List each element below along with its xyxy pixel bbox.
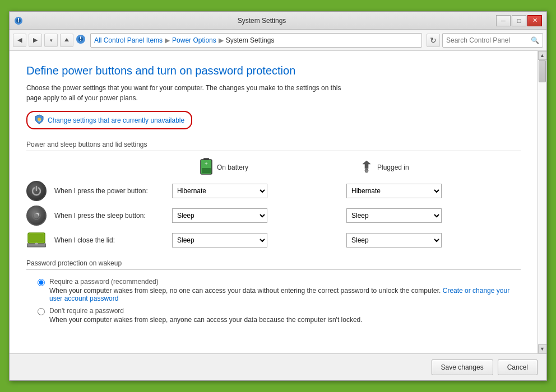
lid-battery-select[interactable]: Sleep Do nothing Hibernate Shut down xyxy=(172,233,267,248)
battery-label: On battery xyxy=(217,164,248,171)
system-settings-window: System Settings ─ □ ✕ ◀ ▶ ▾ All Control … xyxy=(9,11,547,381)
require-password-title: Require a password (recommended) xyxy=(49,278,521,286)
breadcrumb-sep-2: ▶ xyxy=(219,36,224,44)
svg-point-9 xyxy=(38,118,41,121)
power-button-row: When I press the power button: Hibernate… xyxy=(26,181,521,201)
page-desc-line2: page apply to all of your power plans. xyxy=(26,94,138,102)
save-changes-button[interactable]: Save changes xyxy=(432,360,493,375)
no-password-option: Don't require a password When your compu… xyxy=(38,307,521,324)
plugged-label: Plugged in xyxy=(377,164,409,171)
password-section-title: Password protection on wakeup xyxy=(26,259,521,270)
no-password-label-group: Don't require a password When your compu… xyxy=(49,307,363,324)
search-icon: 🔍 xyxy=(531,36,539,44)
minimize-button[interactable]: ─ xyxy=(496,15,511,26)
svg-point-20 xyxy=(35,243,38,245)
battery-column-header: + On battery xyxy=(200,158,360,176)
power-button-label: When I press the power button: xyxy=(54,187,172,195)
svg-rect-6 xyxy=(80,36,81,39)
nav-bar: ◀ ▶ ▾ All Control Panel Items ▶ Power Op… xyxy=(10,30,546,51)
sleep-plugged-select[interactable]: Sleep Do nothing Hibernate Shut down xyxy=(346,208,442,223)
main-content: Define power buttons and turn on passwor… xyxy=(10,51,538,353)
require-password-desc: When your computer wakes from sleep, no … xyxy=(49,287,521,302)
scrollbar[interactable]: ▲ ▼ xyxy=(538,51,546,353)
svg-text:+: + xyxy=(205,161,208,167)
scroll-thumb[interactable] xyxy=(539,60,546,82)
cancel-button[interactable]: Cancel xyxy=(498,360,538,375)
svg-rect-12 xyxy=(202,168,211,173)
back-button[interactable]: ◀ xyxy=(13,34,26,47)
window-icon xyxy=(14,16,23,25)
plug-icon xyxy=(360,160,373,175)
sleep-button-icon xyxy=(26,206,47,226)
title-bar-buttons: ─ □ ✕ xyxy=(496,15,542,26)
history-dropdown-button[interactable]: ▾ xyxy=(44,34,58,47)
password-section: Password protection on wakeup Require a … xyxy=(26,259,521,324)
svg-rect-18 xyxy=(29,234,44,242)
breadcrumb-sep-1: ▶ xyxy=(165,36,170,44)
plugged-column-header: Plugged in xyxy=(360,158,521,176)
no-password-title: Don't require a password xyxy=(49,307,363,315)
svg-point-14 xyxy=(365,169,368,172)
lid-label: When I close the lid: xyxy=(54,236,172,244)
power-sleep-section: Power and sleep buttons and lid settings… xyxy=(26,141,521,250)
scroll-down-arrow[interactable]: ▼ xyxy=(538,344,547,353)
page-title: Define power buttons and turn on passwor… xyxy=(26,64,521,77)
breadcrumb-current: System Settings xyxy=(226,36,275,44)
battery-icon: + xyxy=(200,158,212,176)
lid-plugged-select[interactable]: Sleep Do nothing Hibernate Shut down xyxy=(346,233,442,248)
require-password-option: Require a password (recommended) When yo… xyxy=(38,278,521,302)
nav-icon xyxy=(76,34,86,46)
content-area: Define power buttons and turn on passwor… xyxy=(10,51,546,353)
title-bar: System Settings ─ □ ✕ xyxy=(10,12,546,30)
svg-point-3 xyxy=(18,21,19,22)
footer: Save changes Cancel xyxy=(10,353,546,380)
breadcrumb-root[interactable]: All Control Panel Items xyxy=(94,36,163,44)
svg-point-7 xyxy=(80,40,81,41)
power-plugged-select[interactable]: Hibernate Do nothing Sleep Shut down Tur… xyxy=(346,184,442,198)
breadcrumb: All Control Panel Items ▶ Power Options … xyxy=(90,33,422,48)
require-password-label-group: Require a password (recommended) When yo… xyxy=(49,278,521,302)
search-input[interactable] xyxy=(446,36,531,44)
refresh-button[interactable]: ↻ xyxy=(427,34,440,47)
require-password-radio[interactable] xyxy=(38,279,45,286)
up-button[interactable] xyxy=(60,34,73,47)
maximize-button[interactable]: □ xyxy=(512,15,526,26)
close-button[interactable]: ✕ xyxy=(527,15,542,26)
page-desc-line1: Choose the power settings that you want … xyxy=(26,84,341,92)
svg-rect-2 xyxy=(18,18,19,21)
window-title: System Settings xyxy=(27,17,496,25)
no-password-radio[interactable] xyxy=(38,308,45,315)
lid-row: When I close the lid: Sleep Do nothing H… xyxy=(26,230,521,250)
no-password-desc: When your computer wakes from sleep, any… xyxy=(49,316,363,324)
power-sleep-section-title: Power and sleep buttons and lid settings xyxy=(26,141,521,151)
sleep-button-row: When I press the sleep button: Sleep Do … xyxy=(26,206,521,226)
page-description: Choose the power settings that you want … xyxy=(26,83,521,103)
scroll-up-arrow[interactable]: ▲ xyxy=(538,51,547,60)
scroll-track[interactable] xyxy=(538,60,546,344)
power-button-icon xyxy=(26,181,47,201)
breadcrumb-parent[interactable]: Power Options xyxy=(172,36,216,44)
shield-icon: ⊕ xyxy=(34,114,44,126)
forward-button[interactable]: ▶ xyxy=(29,34,42,47)
change-settings-button[interactable]: ⊕ Change settings that are currently una… xyxy=(26,111,192,129)
change-settings-label: Change settings that are currently unava… xyxy=(48,116,184,124)
sleep-button-label: When I press the sleep button: xyxy=(54,212,172,220)
power-battery-select[interactable]: Hibernate Do nothing Sleep Shut down Tur… xyxy=(172,184,267,198)
search-box: 🔍 xyxy=(442,33,543,48)
sleep-battery-select[interactable]: Sleep Do nothing Hibernate Shut down xyxy=(172,208,267,223)
column-headers: + On battery Plugged in xyxy=(26,158,521,176)
lid-icon xyxy=(26,230,47,250)
